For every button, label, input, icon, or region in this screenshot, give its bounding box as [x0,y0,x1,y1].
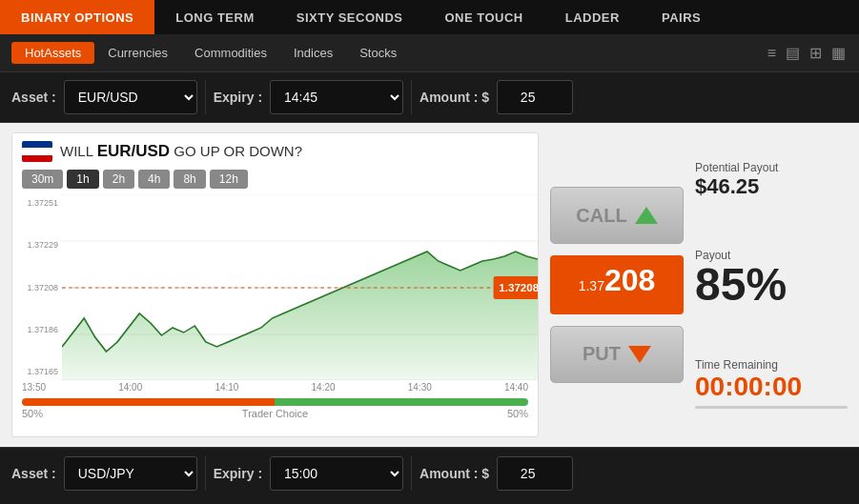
expiry-label: Expiry : [214,90,262,105]
bottom-controls-row: Asset : USD/JPY Expiry : 15:00 Amount : … [0,447,859,498]
tab-stocks[interactable]: Stocks [346,42,410,64]
nav-ladder[interactable]: LADDER [544,0,641,34]
main-content: WILL EUR/USD GO UP OR DOWN? 30m 1h 2h 4h… [0,123,859,447]
time-remaining-value: 00:00:00 [695,372,848,402]
y-label-4: 1.37186 [18,325,58,334]
nav-binary-options[interactable]: BINARY OPTIONS [0,0,154,34]
currency-flag [22,141,52,162]
y-label-5: 1.37165 [18,367,58,376]
price-small: 1.37 [579,278,604,293]
time-btn-30m[interactable]: 30m [22,170,63,189]
nav-long-term[interactable]: LONG TERM [154,0,276,34]
time-buttons: 30m 1h 2h 4h 8h 12h [12,170,538,194]
trader-labels: 50% Trader Choice 50% [22,408,528,419]
bottom-asset-label: Asset : [11,466,56,481]
amount-group: Amount : $ [419,80,573,114]
x-label-3: 14:10 [215,382,238,393]
price-big: 208 [604,263,655,297]
call-arrow-icon [635,207,658,224]
tab-icons: ≡ ▤ ⊞ ▦ [766,42,848,64]
action-panel: CALL 1.37208 PUT [550,132,684,437]
trader-center-label: Trader Choice [242,408,308,419]
trader-choice: 50% Trader Choice 50% [12,394,538,423]
list-icon[interactable]: ▤ [784,42,802,64]
svg-text:1.37208: 1.37208 [499,283,538,293]
y-label-2: 1.37229 [18,240,58,250]
stat-divider [695,406,848,409]
time-btn-8h[interactable]: 8h [174,170,205,189]
time-btn-12h[interactable]: 12h [210,170,248,189]
divider-1 [205,80,206,114]
x-label-4: 14:20 [312,382,336,393]
put-arrow-icon [628,346,651,363]
chart-pair: EUR/USD [97,142,171,160]
divider-2 [411,80,412,114]
y-label-1: 1.37251 [18,198,58,208]
nav-one-touch[interactable]: ONE TOUCH [423,0,543,34]
time-remaining-item: Time Remaining 00:00:00 [695,358,848,409]
current-price-badge: 1.37208 [550,255,684,314]
x-label-2: 14:00 [118,382,142,393]
y-label-3: 1.37208 [18,283,58,292]
amount-label: Amount : $ [419,90,489,105]
bottom-amount-group: Amount : $ [419,456,573,491]
tab-commodities[interactable]: Commodities [181,42,280,64]
expiry-select[interactable]: 14:45 [270,80,403,114]
time-btn-2h[interactable]: 2h [103,170,134,189]
bottom-asset-select[interactable]: USD/JPY [64,456,197,491]
nav-sixty-seconds[interactable]: SIXTY SECONDS [276,0,424,34]
x-label-5: 14:30 [408,382,432,393]
chart-header: WILL EUR/USD GO UP OR DOWN? [12,133,538,170]
bottom-amount-input[interactable] [497,456,573,491]
trader-bar [22,398,528,406]
bottom-asset-group: Asset : USD/JPY [11,456,197,491]
settings-icon[interactable]: ▦ [829,42,848,64]
asset-label: Asset : [11,90,56,105]
x-label-6: 14:40 [504,382,528,393]
nav-pairs[interactable]: PAIRS [641,0,722,34]
potential-payout-item: Potential Payout $46.25 [695,161,848,199]
chart-question: GO UP OR DOWN? [174,143,302,159]
chart-area: WILL EUR/USD GO UP OR DOWN? 30m 1h 2h 4h… [11,132,539,437]
tab-bar: HotAssets Currencies Commodities Indices… [0,34,859,72]
tab-indices[interactable]: Indices [280,42,346,64]
chart-title: WILL EUR/USD GO UP OR DOWN? [60,142,302,161]
chart-x-labels: 13:50 14:00 14:10 14:20 14:30 14:40 [12,380,538,394]
x-label-1: 13:50 [22,382,46,393]
time-remaining-label: Time Remaining [695,358,848,372]
menu-icon[interactable]: ≡ [766,43,778,64]
bottom-amount-label: Amount : $ [419,466,489,481]
put-label: PUT [583,343,621,365]
bottom-divider-1 [205,456,206,491]
potential-payout-label: Potential Payout [695,161,848,174]
time-btn-1h[interactable]: 1h [67,170,98,189]
expiry-group: Expiry : 14:45 [214,80,403,114]
bottom-expiry-label: Expiry : [214,466,262,481]
trader-left: 50% [22,408,43,419]
asset-select[interactable]: EUR/USD [64,80,197,114]
amount-input[interactable] [497,80,573,114]
tab-currencies[interactable]: Currencies [94,42,181,64]
payout-value: 85% [695,262,848,308]
payout-item: Payout 85% [695,249,848,308]
tab-hotassets[interactable]: HotAssets [11,42,94,64]
call-label: CALL [576,205,626,227]
bottom-expiry-select[interactable]: 15:00 [270,456,403,491]
stats-panel: Potential Payout $46.25 Payout 85% Time … [695,132,848,437]
top-nav: BINARY OPTIONS LONG TERM SIXTY SECONDS O… [0,0,859,34]
bottom-expiry-group: Expiry : 15:00 [214,456,403,491]
bottom-divider-2 [411,456,412,491]
asset-group: Asset : EUR/USD [11,80,197,114]
top-controls-row: Asset : EUR/USD Expiry : 14:45 Amount : … [0,72,859,123]
price-chart: 1.37208 [62,194,538,380]
potential-payout-value: $46.25 [695,174,848,199]
grid-icon[interactable]: ⊞ [808,42,824,64]
chart-will: WILL [60,143,92,159]
put-button[interactable]: PUT [550,326,684,383]
time-btn-4h[interactable]: 4h [138,170,170,189]
trader-right: 50% [507,408,528,419]
call-button[interactable]: CALL [550,187,684,244]
